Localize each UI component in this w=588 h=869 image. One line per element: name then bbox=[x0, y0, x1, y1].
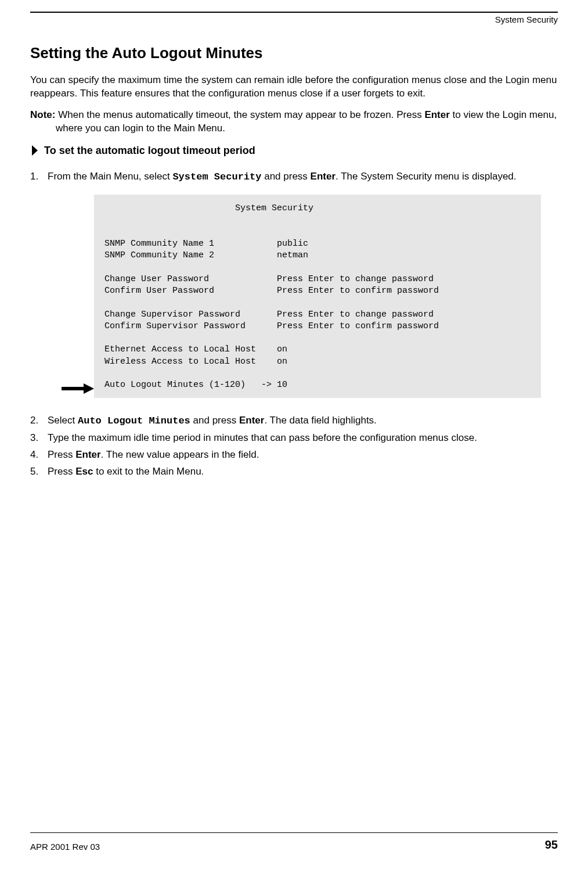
note-text-1: When the menus automatically timeout, th… bbox=[58, 109, 424, 120]
task-heading: To set the automatic logout timeout peri… bbox=[30, 143, 558, 157]
step-text: . The data field highlights. bbox=[264, 415, 376, 426]
steps-list: From the Main Menu, select System Securi… bbox=[30, 170, 558, 479]
footer-rev: APR 2001 Rev 03 bbox=[30, 841, 100, 853]
task-heading-label: To set the automatic logout timeout peri… bbox=[44, 143, 255, 157]
running-header: System Security bbox=[30, 14, 558, 26]
note-key-enter: Enter bbox=[424, 109, 449, 120]
step-2: Select Auto Logout Minutes and press Ent… bbox=[30, 414, 558, 428]
header-rule bbox=[30, 12, 558, 13]
step-key: Enter bbox=[75, 449, 100, 460]
step-text: Type the maximum idle time period in min… bbox=[48, 432, 477, 443]
note-block: Note: When the menus automatically timeo… bbox=[30, 109, 558, 135]
step-1: From the Main Menu, select System Securi… bbox=[30, 170, 558, 398]
step-text: . The System Security menu is displayed. bbox=[336, 171, 517, 182]
step-text: From the Main Menu, select bbox=[48, 171, 172, 182]
svg-marker-0 bbox=[32, 145, 38, 156]
page: System Security Setting the Auto Logout … bbox=[0, 0, 588, 869]
svg-rect-1 bbox=[62, 387, 85, 390]
note-label: Note: bbox=[30, 109, 55, 120]
step-3: Type the maximum idle time period in min… bbox=[30, 432, 558, 445]
step-mono: Auto Logout Minutes bbox=[78, 415, 190, 426]
step-key: Enter bbox=[239, 415, 264, 426]
step-text: . The new value appears in the field. bbox=[101, 449, 259, 460]
step-text: Press bbox=[48, 449, 75, 460]
intro-paragraph: You can specify the maximum time the sys… bbox=[30, 74, 558, 100]
section-title: Setting the Auto Logout Minutes bbox=[30, 43, 558, 63]
terminal-screenshot: System Security SNMP Community Name 1 pu… bbox=[94, 195, 558, 398]
step-mono: System Security bbox=[172, 171, 261, 182]
step-key: Enter bbox=[311, 171, 336, 182]
footer-page-number: 95 bbox=[545, 837, 558, 853]
step-text: and press bbox=[190, 415, 239, 426]
step-5: Press Esc to exit to the Main Menu. bbox=[30, 465, 558, 479]
page-footer: APR 2001 Rev 03 95 bbox=[30, 837, 558, 853]
pointer-arrow-icon bbox=[62, 383, 94, 394]
terminal-output: System Security SNMP Community Name 1 pu… bbox=[94, 195, 541, 398]
step-text: and press bbox=[261, 171, 310, 182]
step-text: Press bbox=[48, 466, 75, 477]
step-text: to exit to the Main Menu. bbox=[93, 466, 204, 477]
step-key: Esc bbox=[75, 466, 93, 477]
step-4: Press Enter. The new value appears in th… bbox=[30, 448, 558, 462]
step-text: Select bbox=[48, 415, 78, 426]
svg-marker-2 bbox=[84, 383, 94, 394]
arrow-bullet-icon bbox=[30, 145, 39, 156]
footer-rule bbox=[30, 832, 558, 833]
